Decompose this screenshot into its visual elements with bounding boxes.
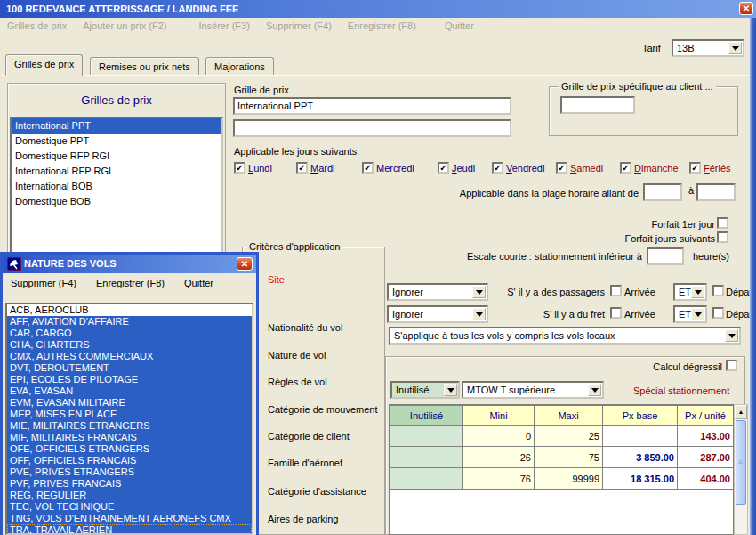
checkbox-vendredi[interactable]	[492, 162, 503, 174]
list-item[interactable]: MIF, MILITAIRES FRANCAIS	[7, 432, 252, 443]
popup-menu-enregistrer[interactable]: Enregistrer (F8)	[96, 278, 165, 288]
list-item[interactable]: OFF, OFFICIELS FRANCAIS	[7, 455, 252, 466]
dropdown-arrow-icon[interactable]	[588, 384, 601, 396]
list-item[interactable]: AFF, AVIATION D'AFFAIRE	[7, 316, 252, 328]
cell-inutilise[interactable]	[390, 468, 463, 490]
list-item[interactable]: Domestique PPT	[12, 134, 221, 149]
cell-inutilise[interactable]	[390, 447, 463, 468]
cell-maxi[interactable]: 75	[535, 447, 603, 468]
list-item[interactable]: International PPT	[12, 118, 221, 134]
list-item[interactable]: PVE, PRIVES ETRANGERS	[7, 466, 252, 478]
list-item[interactable]: EPI, ECOLES DE PILOTAGE	[7, 374, 252, 385]
checkbox-forfait-jours-suivants[interactable]	[717, 231, 728, 243]
checkbox-calcul-degressif[interactable]	[726, 360, 737, 371]
scrollbar-up-arrow-icon[interactable]: ▲	[735, 405, 747, 419]
list-item[interactable]: International BOB	[12, 179, 221, 194]
cell-inutilise[interactable]	[390, 426, 463, 447]
list-item[interactable]: MEP, MISES EN PLACE	[7, 409, 252, 420]
list-item[interactable]: MIE, MILITAIRES ETRANGERS	[7, 420, 252, 432]
popup-close-button[interactable]: ✕	[237, 257, 253, 271]
critere-aires-de-parking[interactable]: Aires de parking	[268, 514, 339, 524]
menu-item-inserer[interactable]: Insérer (F3)	[198, 20, 249, 31]
list-item[interactable]: EVM, EVASAN MILITAIRE	[7, 397, 252, 409]
list-item[interactable]: TNG, VOLS D'ENTRAINEMENT AERONEFS CMX	[7, 513, 252, 524]
checkbox-lundi[interactable]	[234, 162, 245, 174]
critere-categorie-de-mouvement[interactable]: Catégorie de mouvement	[268, 404, 378, 415]
critere-categorie-dassistance[interactable]: Catégorie d'assistance	[268, 486, 366, 497]
cell-mini[interactable]: 0	[463, 426, 535, 447]
dropdown-arrow-icon[interactable]	[725, 329, 738, 342]
list-item[interactable]: Domestique RFP RGI	[12, 149, 221, 164]
cell-mini[interactable]: 76	[463, 468, 535, 490]
cell-px-base[interactable]: 18 315.00	[603, 468, 678, 490]
menu-item-grilles-de-prix[interactable]: Grilles de prix	[7, 20, 67, 31]
nature-des-vols-listbox[interactable]: ACB, AEROCLUB AFF, AVIATION D'AFFAIRE CA…	[5, 303, 253, 535]
cell-px-unite[interactable]: 143.00	[678, 426, 734, 447]
checkbox-forfait-1er-jour[interactable]	[717, 217, 728, 229]
critere-site[interactable]: Site	[268, 274, 285, 285]
list-item[interactable]: Domestique BOB	[12, 194, 221, 209]
fret-et-combobox[interactable]: ET	[673, 305, 707, 323]
dropdown-arrow-icon[interactable]	[444, 384, 457, 396]
tab-majorations[interactable]: Majorations	[205, 57, 274, 76]
client-specific-input[interactable]	[560, 96, 635, 114]
cell-mini[interactable]: 26	[463, 447, 535, 468]
dropdown-arrow-icon[interactable]	[728, 42, 742, 54]
dropdown-arrow-icon[interactable]	[472, 286, 486, 298]
list-item[interactable]: TRA, TRAVAIL AERIEN	[7, 524, 252, 535]
grille-name-input[interactable]	[233, 97, 511, 115]
plage-to-input[interactable]	[696, 183, 736, 201]
passagers-combobox[interactable]: Ignorer	[387, 283, 488, 301]
checkbox-feries[interactable]	[689, 162, 701, 174]
cell-maxi[interactable]: 25	[535, 426, 603, 447]
list-item[interactable]: PVF, PRIVES FRANCAIS	[7, 478, 252, 490]
list-item[interactable]: EVA, EVASAN	[7, 385, 252, 397]
critere-nationalite-du-vol[interactable]: Nationalité du vol	[268, 322, 342, 333]
checkbox-samedi[interactable]	[556, 162, 567, 174]
escale-input[interactable]	[647, 247, 684, 265]
checkbox-mercredi[interactable]	[362, 162, 374, 174]
tab-remises-ou-prix-nets[interactable]: Remises ou prix nets	[90, 57, 199, 76]
cell-px-unite[interactable]: 287.00	[678, 447, 734, 468]
unused-combobox[interactable]: Inutilisé	[390, 381, 460, 399]
critere-categorie-de-client[interactable]: Catégorie de client	[268, 431, 350, 442]
checkbox-fret-arrivee[interactable]	[610, 307, 622, 319]
critere-regles-de-vol[interactable]: Règles de vol	[268, 377, 327, 387]
tarif-combobox[interactable]: 13B	[672, 39, 744, 57]
cell-maxi[interactable]: 99999	[535, 468, 603, 490]
dropdown-arrow-icon[interactable]	[691, 308, 704, 320]
list-item[interactable]: TEC, VOL TECHNIQUE	[7, 501, 252, 513]
popup-menu-supprimer[interactable]: Supprimer (F4)	[11, 278, 76, 288]
fret-combobox[interactable]: Ignorer	[387, 305, 488, 323]
cell-px-unite[interactable]: 404.00	[678, 468, 734, 490]
critere-famille-daeronef[interactable]: Famille d'aéronef	[268, 458, 342, 468]
list-item[interactable]: CAR, CARGO	[7, 328, 252, 339]
menu-item-quitter[interactable]: Quitter	[445, 20, 474, 31]
cell-px-base[interactable]	[603, 426, 678, 447]
list-item[interactable]: REG, REGULIER	[7, 490, 252, 501]
checkbox-passagers-arrivee[interactable]	[610, 285, 622, 296]
menu-item-enregistrer[interactable]: Enregistrer (F8)	[348, 20, 416, 31]
price-grid-scrollbar[interactable]: ▲ ≡	[734, 404, 748, 535]
checkbox-passagers-depart[interactable]	[712, 285, 724, 296]
menu-item-supprimer[interactable]: Supprimer (F4)	[266, 20, 332, 31]
list-item[interactable]: CHA, CHARTERS	[7, 339, 252, 351]
grille-name-input-2[interactable]	[233, 119, 511, 137]
checkbox-jeudi[interactable]	[438, 162, 449, 174]
list-item[interactable]: DVT, DEROUTEMENT	[7, 362, 252, 374]
passagers-et-combobox[interactable]: ET	[673, 283, 707, 301]
checkbox-fret-depart[interactable]	[712, 307, 724, 319]
dropdown-arrow-icon[interactable]	[472, 308, 486, 320]
tab-grilles-de-prix[interactable]: Grilles de prix	[5, 54, 83, 76]
list-item[interactable]: International RFP RGI	[12, 164, 221, 179]
checkbox-dimanche[interactable]	[620, 162, 631, 174]
popup-menu-quitter[interactable]: Quitter	[184, 278, 213, 288]
dropdown-arrow-icon[interactable]	[691, 286, 704, 298]
close-button[interactable]: ✕	[739, 2, 753, 15]
vols-scope-combobox[interactable]: S'applique à tous les vols y compris les…	[389, 327, 741, 345]
list-item[interactable]: OFE, OFFICIELS ETRANGERS	[7, 443, 252, 455]
list-item[interactable]: ACB, AEROCLUB	[7, 304, 252, 316]
list-item[interactable]: CMX, AUTRES COMMERCIAUX	[7, 351, 252, 362]
mtow-combobox[interactable]: MTOW T supérieure	[462, 381, 604, 399]
critere-nature-de-vol[interactable]: Nature de vol	[268, 350, 326, 361]
